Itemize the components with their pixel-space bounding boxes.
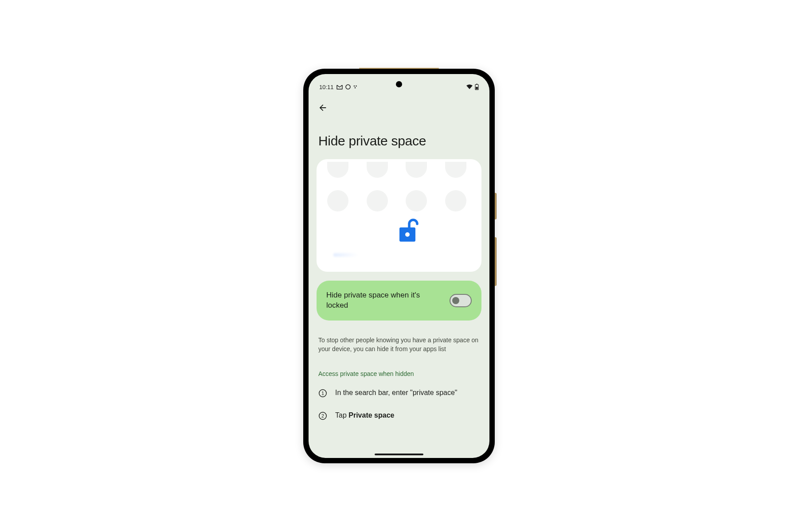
app-placeholder-icon: [327, 190, 348, 211]
svg-text:2: 2: [321, 413, 324, 419]
status-time: 10:11: [319, 84, 334, 90]
step-number-2-icon: 2: [318, 411, 327, 420]
svg-text:1: 1: [321, 391, 324, 396]
gmail-icon: [336, 85, 343, 90]
app-placeholder-icon: [367, 162, 388, 178]
page-content: Hide private space: [309, 115, 489, 449]
back-button[interactable]: [316, 101, 330, 115]
page-title: Hide private space: [318, 133, 481, 149]
nav-gesture-bar[interactable]: [375, 454, 423, 455]
app-bar: [309, 94, 489, 115]
svg-point-8: [405, 232, 410, 237]
phone-screen: 10:11: [309, 74, 489, 458]
step-number-1-icon: 1: [318, 389, 327, 398]
illustration-card: [317, 159, 481, 272]
hide-toggle-switch[interactable]: [450, 294, 472, 307]
app-placeholder-icon: [406, 190, 427, 211]
circle-icon: [345, 84, 351, 90]
access-section-header: Access private space when hidden: [317, 370, 481, 377]
app-placeholder-icon: [406, 162, 427, 178]
app-placeholder-icon: [445, 162, 466, 178]
step-row: 1 In the search bar, enter "private spac…: [317, 388, 481, 398]
svg-point-3: [354, 87, 356, 89]
step-row: 2 Tap Private space: [317, 411, 481, 420]
switch-thumb: [452, 297, 459, 304]
hide-toggle-card[interactable]: Hide private space when it's locked: [317, 281, 481, 321]
wifi-icon: [466, 84, 473, 90]
svg-rect-6: [476, 87, 478, 89]
step-1-text: In the search bar, enter "private space": [335, 388, 458, 398]
toggle-label: Hide private space when it's locked: [326, 290, 443, 311]
app-placeholder-icon: [327, 162, 348, 178]
step-2-text: Tap Private space: [335, 411, 394, 420]
svg-point-1: [353, 86, 355, 87]
app-placeholder-icon: [367, 190, 388, 211]
decorative-blur: [333, 253, 358, 257]
unlock-icon: [397, 218, 419, 245]
app-placeholder-icon: [445, 190, 466, 211]
battery-icon: [475, 84, 479, 90]
description-text: To stop other people knowing you have a …: [317, 336, 481, 354]
svg-point-0: [346, 85, 350, 89]
arrow-back-icon: [318, 103, 328, 113]
dots-icon: [353, 85, 358, 89]
svg-point-2: [356, 86, 357, 87]
phone-device-frame: 10:11: [303, 69, 495, 463]
camera-notch: [396, 81, 402, 87]
